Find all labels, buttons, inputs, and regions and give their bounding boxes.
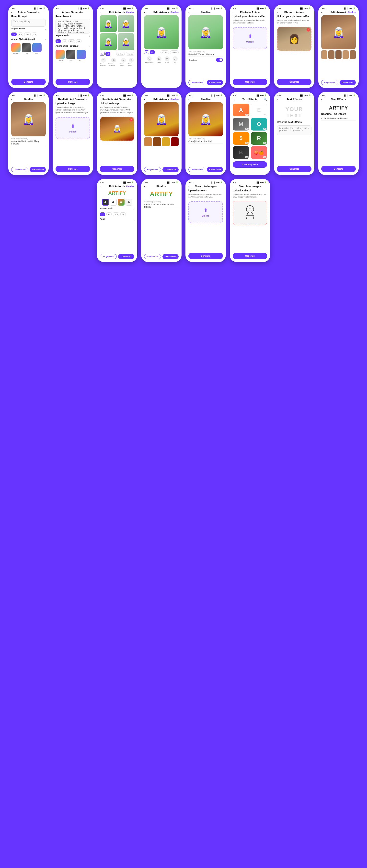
close-button[interactable]: ✕ xyxy=(130,118,133,122)
undo-button[interactable]: ↺ Undo xyxy=(116,52,125,56)
create-my-own-button[interactable]: Create My Own xyxy=(233,161,267,168)
describe-value[interactable]: Colorful flowers and leaves xyxy=(321,117,356,121)
letter-opt-dark[interactable]: A xyxy=(102,199,109,206)
regenerate-button[interactable]: Re-generate xyxy=(321,80,338,85)
generate-button[interactable]: Generate xyxy=(189,253,223,259)
single-view-btn[interactable]: ⊟ xyxy=(106,52,110,56)
ratio-4-3[interactable]: 4:3 xyxy=(107,212,112,216)
back-button[interactable]: ‹ xyxy=(189,184,190,188)
grid-view-btn[interactable]: ⊞ xyxy=(100,52,105,56)
style-colorful[interactable]: Colorful xyxy=(56,50,65,61)
effect-card-5[interactable]: 5 Try xyxy=(233,132,249,145)
upload-area[interactable]: ⬆ Upload xyxy=(233,27,267,49)
describe-input[interactable] xyxy=(277,125,311,135)
effect-card-b[interactable]: B Try xyxy=(233,146,249,159)
try-badge-2[interactable]: Try xyxy=(263,114,266,115)
back-button[interactable]: ‹ xyxy=(144,10,145,14)
back-button[interactable]: ‹ xyxy=(56,10,57,14)
back-button[interactable]: ‹ xyxy=(144,184,145,188)
finalize-link[interactable]: Finalize xyxy=(171,11,178,13)
regenerate-button[interactable]: Re-generate xyxy=(100,254,117,259)
ratio-1-1[interactable]: 1:1 xyxy=(11,32,17,36)
style-3ds[interactable]: 3D S... xyxy=(32,43,41,54)
back-button[interactable]: ‹ xyxy=(233,97,234,101)
regenerate-btn[interactable]: ↻ Re-generate xyxy=(145,56,153,63)
photo-upload-area[interactable]: ✕ 🧝‍♀️ xyxy=(100,117,134,141)
download-art-button[interactable]: Download Art xyxy=(11,167,28,172)
ratio-16-9[interactable]: 16:9 xyxy=(24,32,31,36)
letter-opt-gradient[interactable]: A xyxy=(118,199,124,206)
try-badge-8[interactable]: Try xyxy=(263,156,266,158)
thumb-2[interactable] xyxy=(328,50,335,59)
erase-btn[interactable]: ✏ Erase Object xyxy=(120,58,128,66)
share-feed-button[interactable]: Share to Feed xyxy=(207,80,223,85)
generate-button[interactable]: Generate xyxy=(277,79,311,85)
undo-button[interactable]: ↺ Undo xyxy=(161,50,169,54)
effect-card-m[interactable]: M Try xyxy=(233,118,249,130)
redo-button[interactable]: ↻ Undo xyxy=(170,50,178,54)
back-button[interactable]: ‹ xyxy=(100,97,101,101)
back-button[interactable]: ‹ xyxy=(56,97,57,101)
finalize-link[interactable]: Finalize xyxy=(126,185,134,187)
generate-button[interactable]: Generate xyxy=(56,79,90,85)
back-button[interactable]: ‹ xyxy=(233,10,234,14)
letter-opt-light[interactable]: A xyxy=(125,199,132,206)
grid-cell-1[interactable]: 🧝‍♀️ xyxy=(100,15,117,32)
upload-area[interactable]: ⬆ Upload xyxy=(56,117,90,139)
search-icon[interactable]: 🔍 xyxy=(263,97,267,101)
generate-button[interactable]: Generate xyxy=(100,166,134,172)
thumb-1[interactable] xyxy=(321,50,327,59)
finalize-link[interactable]: Finalize xyxy=(126,11,134,13)
redo-button[interactable]: ↻ Undo xyxy=(126,52,134,56)
back-button[interactable]: ‹ xyxy=(144,97,145,101)
ratio-1-1[interactable]: 1:1 xyxy=(56,39,61,43)
single-view-btn[interactable]: ⊟ xyxy=(150,50,154,54)
style-colorful[interactable]: Colorful xyxy=(11,43,21,54)
generate-button[interactable]: Generate xyxy=(277,166,311,172)
download-art-button[interactable]: Download Art xyxy=(189,167,205,172)
toggle-switch[interactable] xyxy=(216,58,223,62)
share-feed-button[interactable]: Share to Feed xyxy=(207,167,223,172)
title-value[interactable]: Beautiful Woman AI Avatar xyxy=(189,53,223,57)
back-button[interactable]: ‹ xyxy=(321,97,322,101)
generate-button[interactable]: Generate xyxy=(11,79,46,85)
share-feed-button[interactable]: Share to Feed xyxy=(30,167,46,172)
ratio-1-1[interactable]: 1:1 xyxy=(100,212,105,216)
upload-area[interactable]: ⬆ Upload xyxy=(189,201,223,223)
letter-opt-plain[interactable]: A xyxy=(110,199,117,206)
try-badge-7[interactable]: Try xyxy=(245,156,248,158)
effect-card-e[interactable]: E Try xyxy=(251,104,267,116)
try-badge-5[interactable]: Try xyxy=(245,142,248,144)
back-button[interactable]: ‹ xyxy=(277,10,278,14)
try-badge-1[interactable]: Try xyxy=(245,114,248,116)
edit-btn[interactable]: 🖊 Edit xyxy=(173,56,178,63)
try-badge-6[interactable]: Try xyxy=(263,142,266,144)
grid-cell-3[interactable]: 🧝‍♀️ xyxy=(100,33,117,50)
grid-cell-4[interactable]: 🧝‍♀️ xyxy=(118,33,135,50)
style-chibi[interactable]: Chibi xyxy=(66,50,75,61)
download-button[interactable]: Download xyxy=(118,254,135,259)
back-button[interactable]: ‹ xyxy=(100,10,101,14)
try-badge-4[interactable]: Try xyxy=(263,128,266,130)
back-button[interactable]: ‹ xyxy=(233,184,234,188)
thumb-4[interactable] xyxy=(171,137,178,146)
effect-card-fruit[interactable]: 🍑🍊 Try xyxy=(251,146,267,159)
back-button[interactable]: ‹ xyxy=(100,184,101,188)
create-variations-btn[interactable]: ⊞ Create Variations xyxy=(108,58,119,66)
thumb-1[interactable] xyxy=(144,137,152,146)
generate-button[interactable]: Generate xyxy=(321,166,356,172)
back-button[interactable]: ‹ xyxy=(277,97,278,101)
download-art-button[interactable]: Download Art xyxy=(144,254,161,259)
prompt-input[interactable]: masterpiece, high quality, best quality,… xyxy=(56,19,90,33)
effect-card-r[interactable]: R Try xyxy=(251,132,267,145)
grid-cell-2[interactable]: 🧝‍♀️ xyxy=(118,15,135,32)
prompt-input[interactable] xyxy=(11,19,46,27)
style-chibi[interactable]: Chibi xyxy=(22,43,31,54)
ratio-16-9[interactable]: 16:9 xyxy=(113,212,119,216)
erase-btn[interactable]: ✏ Erase xyxy=(165,56,170,63)
create-btn[interactable]: ⊞ Create xyxy=(157,56,162,63)
ratio-4-3[interactable]: 4:3 xyxy=(62,39,67,43)
finalize-link[interactable]: Finalize xyxy=(348,11,356,13)
effect-card-o[interactable]: O Try xyxy=(251,118,267,130)
ratio-3-4[interactable]: 3:4 xyxy=(76,39,82,43)
